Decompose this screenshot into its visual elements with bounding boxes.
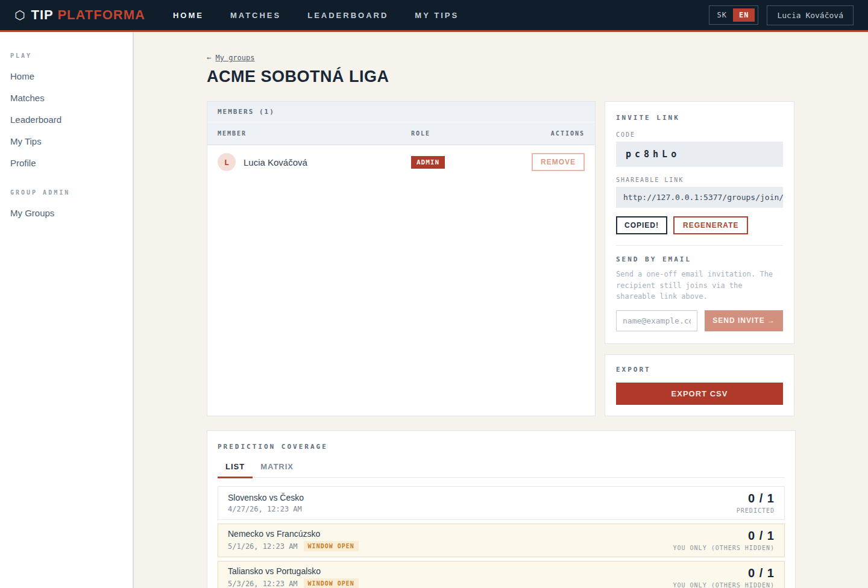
sidebar: PLAY Home Matches Leaderboard My Tips Pr… — [0, 32, 134, 588]
shareable-link-label: SHAREABLE LINK — [616, 177, 783, 183]
hexagon-logo-icon: ⬡ — [14, 9, 25, 21]
logo-platforma: PLATFORMA — [57, 7, 145, 22]
match-name: Taliansko vs Portugalsko — [228, 566, 359, 576]
user-menu-button[interactable]: Lucia Kováčová — [767, 5, 854, 25]
column-role: ROLE — [411, 130, 530, 137]
top-navbar: ⬡ TIP PLATFORMA HOME MATCHES LEADERBOARD… — [0, 0, 868, 32]
coverage-row: Slovensko vs Česko 4/27/26, 12:23 AM 0 /… — [218, 486, 785, 520]
prediction-status: YOU ONLY (OTHERS HIDDEN) — [673, 545, 775, 551]
match-datetime: 5/1/26, 12:23 AM — [228, 542, 298, 551]
prediction-score: 0 / 1 — [673, 529, 775, 543]
match-name: Slovensko vs Česko — [228, 493, 304, 502]
prediction-score: 0 / 1 — [673, 566, 775, 580]
page-title: ACME SOBOTNÁ LIGA — [207, 67, 796, 86]
invite-link-title: INVITE LINK — [605, 102, 794, 122]
coverage-row: Taliansko vs Portugalsko 5/3/26, 12:23 A… — [218, 561, 785, 588]
language-toggle[interactable]: SK EN — [709, 5, 759, 25]
column-actions: ACTIONS — [530, 130, 585, 137]
topnav-matches[interactable]: MATCHES — [230, 11, 281, 20]
members-table-header: MEMBER ROLE ACTIONS — [207, 122, 595, 145]
sidebar-item-my-groups[interactable]: My Groups — [10, 202, 133, 224]
send-by-email-description: Send a one-off email invitation. The rec… — [616, 269, 783, 302]
coverage-tabs: LIST MATRIX — [218, 459, 785, 478]
tab-list[interactable]: LIST — [218, 459, 253, 478]
window-open-badge: WINDOW OPEN — [304, 541, 359, 551]
match-name: Nemecko vs Francúzsko — [228, 529, 359, 539]
breadcrumb-label: My groups — [215, 54, 254, 62]
topbar-right: SK EN Lucia Kováčová — [709, 5, 854, 25]
member-row: L Lucia Kováčová ADMIN REMOVE — [207, 145, 595, 179]
lang-en-active[interactable]: EN — [733, 8, 755, 22]
members-panel-header: MEMBERS (1) — [207, 102, 595, 122]
members-panel: MEMBERS (1) MEMBER ROLE ACTIONS L Lucia … — [207, 101, 596, 416]
sidebar-item-profile[interactable]: Profile — [10, 152, 133, 174]
sidebar-section-group-admin: GROUP ADMIN — [10, 189, 133, 196]
topnav-my-tips[interactable]: MY TIPS — [415, 11, 459, 20]
app-logo[interactable]: ⬡ TIP PLATFORMA — [14, 7, 145, 23]
code-label: CODE — [616, 131, 783, 138]
prediction-coverage-title: PREDICTION COVERAGE — [218, 443, 785, 451]
export-panel: EXPORT EXPORT CSV — [605, 354, 794, 416]
match-datetime: 4/27/26, 12:23 AM — [228, 505, 302, 513]
sidebar-item-matches[interactable]: Matches — [10, 87, 133, 108]
column-member: MEMBER — [218, 130, 411, 137]
sidebar-item-my-tips[interactable]: My Tips — [10, 130, 133, 152]
sidebar-section-play: PLAY — [10, 52, 133, 59]
main-content: ← My groups ACME SOBOTNÁ LIGA MEMBERS (1… — [134, 32, 868, 588]
shareable-link-value[interactable]: http://127.0.0.1:5377/groups/join/pc8hLo — [616, 187, 783, 208]
prediction-status: YOU ONLY (OTHERS HIDDEN) — [673, 582, 775, 588]
invite-code-value: pc8hLo — [616, 142, 783, 167]
prediction-status: PREDICTED — [737, 507, 775, 514]
role-badge: ADMIN — [411, 156, 445, 169]
sidebar-item-home[interactable]: Home — [10, 65, 133, 87]
send-invite-button[interactable]: SEND INVITE → — [705, 310, 783, 331]
tab-matrix[interactable]: MATRIX — [253, 459, 301, 477]
invite-email-input[interactable] — [616, 310, 697, 331]
top-nav: HOME MATCHES LEADERBOARD MY TIPS — [173, 11, 459, 20]
match-datetime: 5/3/26, 12:23 AM — [228, 580, 298, 588]
coverage-row: Nemecko vs Francúzsko 5/1/26, 12:23 AM W… — [218, 524, 785, 557]
sidebar-item-leaderboard[interactable]: Leaderboard — [10, 108, 133, 130]
send-by-email-title: SEND BY EMAIL — [605, 246, 794, 263]
breadcrumb-back-link[interactable]: ← My groups — [207, 54, 796, 62]
lang-sk[interactable]: SK — [717, 11, 727, 19]
export-title: EXPORT — [616, 366, 783, 374]
regenerate-link-button[interactable]: REGENERATE — [673, 216, 748, 234]
remove-member-button[interactable]: REMOVE — [532, 153, 585, 171]
back-arrow-icon: ← — [207, 54, 211, 62]
topnav-leaderboard[interactable]: LEADERBOARD — [307, 11, 388, 20]
member-name: Lucia Kováčová — [244, 157, 307, 167]
prediction-score: 0 / 1 — [737, 492, 775, 505]
window-open-badge: WINDOW OPEN — [304, 578, 359, 588]
invite-link-panel: INVITE LINK CODE pc8hLo SHAREABLE LINK h… — [605, 101, 794, 344]
export-csv-button[interactable]: EXPORT CSV — [616, 383, 783, 405]
logo-text: TIP PLATFORMA — [31, 7, 145, 23]
copy-link-button[interactable]: COPIED! — [616, 216, 667, 234]
topnav-home[interactable]: HOME — [173, 11, 204, 20]
coverage-rows: Slovensko vs Česko 4/27/26, 12:23 AM 0 /… — [218, 486, 785, 588]
prediction-coverage-panel: PREDICTION COVERAGE LIST MATRIX Slovensk… — [207, 430, 796, 588]
logo-tip: TIP — [31, 7, 53, 22]
member-avatar: L — [218, 153, 236, 171]
